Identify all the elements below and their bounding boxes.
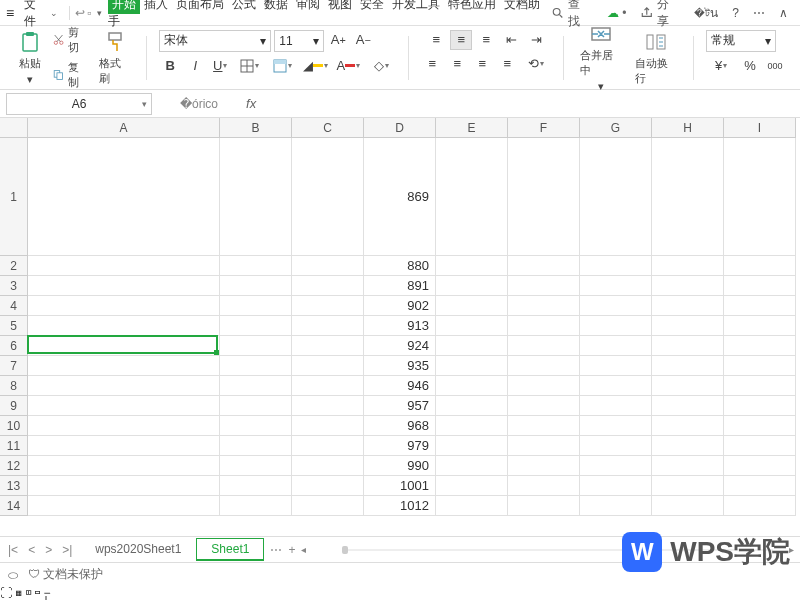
row-header-5[interactable]: 5 [0,316,28,336]
cell-C10[interactable] [292,416,364,436]
col-header-B[interactable]: B [220,118,292,138]
cell-D14[interactable]: 1012 [364,496,436,516]
cell-B11[interactable] [220,436,292,456]
align-bottom-button[interactable]: ≡ [475,30,497,50]
cell-F13[interactable] [508,476,580,496]
cell-C3[interactable] [292,276,364,296]
cell-D6[interactable]: 924 [364,336,436,356]
cell-D11[interactable]: 979 [364,436,436,456]
collapse-ribbon-icon[interactable]: ∧ [773,6,794,20]
underline-button[interactable]: U▾ [209,56,231,76]
cell-E1[interactable] [436,138,508,256]
cell-G14[interactable] [580,496,652,516]
menu-tab-7[interactable]: 安全 [356,0,388,14]
cell-G4[interactable] [580,296,652,316]
cell-F9[interactable] [508,396,580,416]
view-normal-icon[interactable]: ▦ [15,586,21,600]
cell-F7[interactable] [508,356,580,376]
increase-indent-button[interactable]: ⇥ [525,30,547,50]
cell-D9[interactable]: 957 [364,396,436,416]
cell-E3[interactable] [436,276,508,296]
help-icon[interactable]: ? [726,6,745,20]
row-header-4[interactable]: 4 [0,296,28,316]
border-button[interactable]: ▾ [234,56,264,76]
cell-A1[interactable] [28,138,220,256]
cell-G8[interactable] [580,376,652,396]
cell-C6[interactable] [292,336,364,356]
cell-style-button[interactable]: ▾ [267,56,297,76]
cell-E6[interactable] [436,336,508,356]
sheet-nav-next-icon[interactable]: > [43,543,54,557]
overflow-icon[interactable]: ⋯ [747,6,771,20]
cell-B14[interactable] [220,496,292,516]
row-header-11[interactable]: 11 [0,436,28,456]
cell-E14[interactable] [436,496,508,516]
cell-C14[interactable] [292,496,364,516]
cell-B6[interactable] [220,336,292,356]
cell-A12[interactable] [28,456,220,476]
cell-I11[interactable] [724,436,796,456]
cell-D12[interactable]: 990 [364,456,436,476]
cell-A14[interactable] [28,496,220,516]
font-size-select[interactable]: 11▾ [274,30,324,52]
cell-C12[interactable] [292,456,364,476]
cell-H1[interactable] [652,138,724,256]
cell-F3[interactable] [508,276,580,296]
merge-center-button[interactable]: 合并居中 ▾ [576,20,626,95]
number-format-select[interactable]: 常规▾ [706,30,776,52]
cell-I4[interactable] [724,296,796,316]
cell-I2[interactable] [724,256,796,276]
cell-A2[interactable] [28,256,220,276]
row-header-3[interactable]: 3 [0,276,28,296]
wrap-text-button[interactable]: 自动换行 [631,28,681,88]
cell-H10[interactable] [652,416,724,436]
copy-button[interactable]: 复制 [50,59,91,91]
row-header-8[interactable]: 8 [0,376,28,396]
cell-H12[interactable] [652,456,724,476]
cell-I12[interactable] [724,456,796,476]
toolbar-saveas-icon[interactable]: ▫ [87,6,91,20]
cell-H2[interactable] [652,256,724,276]
cell-A9[interactable] [28,396,220,416]
cell-D8[interactable]: 946 [364,376,436,396]
record-icon[interactable]: ⬭ [8,568,18,582]
cell-H6[interactable] [652,336,724,356]
cell-B1[interactable] [220,138,292,256]
cell-A11[interactable] [28,436,220,456]
cell-C4[interactable] [292,296,364,316]
cell-G7[interactable] [580,356,652,376]
formula-input[interactable] [264,93,800,115]
paste-button[interactable]: 粘贴 ▾ [14,28,46,88]
align-right-button[interactable]: ≡ [471,54,493,74]
row-header-1[interactable]: 1 [0,138,28,256]
cell-I3[interactable] [724,276,796,296]
orientation-button[interactable]: ⟲▾ [521,54,551,74]
cell-H11[interactable] [652,436,724,456]
menu-tab-4[interactable]: 数据 [260,0,292,14]
cell-F14[interactable] [508,496,580,516]
sheet-nav-first-icon[interactable]: |< [6,543,20,557]
cell-C5[interactable] [292,316,364,336]
row-header-6[interactable]: 6 [0,336,28,356]
cell-E7[interactable] [436,356,508,376]
align-center-button[interactable]: ≡ [446,54,468,74]
col-header-G[interactable]: G [580,118,652,138]
cell-A5[interactable] [28,316,220,336]
format-painter-button[interactable]: 格式刷 [95,28,134,88]
cell-I9[interactable] [724,396,796,416]
cell-D1[interactable]: 869 [364,138,436,256]
cell-I7[interactable] [724,356,796,376]
cell-A7[interactable] [28,356,220,376]
cell-H8[interactable] [652,376,724,396]
comma-style-button[interactable]: 000 [764,56,786,76]
cell-I10[interactable] [724,416,796,436]
cell-I8[interactable] [724,376,796,396]
row-header-2[interactable]: 2 [0,256,28,276]
cell-E11[interactable] [436,436,508,456]
cell-I14[interactable] [724,496,796,516]
italic-button[interactable]: I [184,56,206,76]
cell-A13[interactable] [28,476,220,496]
sheet-more-icon[interactable]: ⋯ [270,543,282,557]
hscroll-track[interactable] [332,544,783,556]
sheet-tab-1[interactable]: Sheet1 [196,538,264,561]
